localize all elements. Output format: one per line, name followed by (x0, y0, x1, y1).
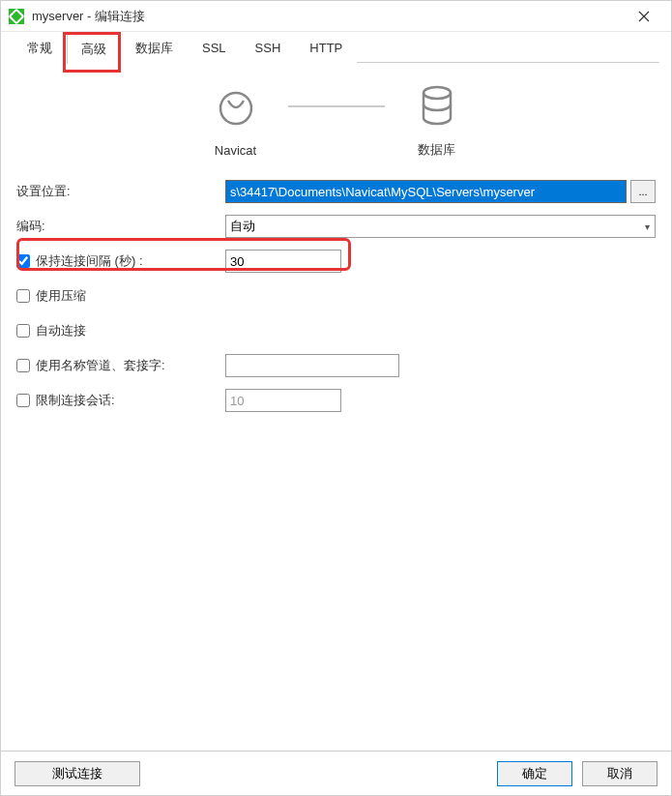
browse-button[interactable]: ... (630, 180, 656, 203)
row-autoconnect: 自动连接 (16, 317, 656, 344)
tab-general[interactable]: 常规 (13, 32, 67, 63)
dialog-footer: 测试连接 确定 取消 (1, 751, 671, 795)
content-area: Navicat 数据库 设置位置: ... 编码: ▾ (1, 64, 671, 751)
connection-illustration: Navicat 数据库 (16, 83, 656, 159)
database-label: 数据库 (418, 141, 455, 159)
svg-point-1 (424, 87, 451, 99)
autoconnect-label: 自动连接 (36, 322, 86, 339)
close-button[interactable] (625, 3, 663, 30)
named-pipe-input[interactable] (225, 354, 399, 377)
tab-bar: 常规 高级 数据库 SSL SSH HTTP (1, 32, 671, 63)
tab-database[interactable]: 数据库 (121, 32, 188, 63)
row-named-pipe: 使用名称管道、套接字: (16, 352, 656, 379)
keepalive-input[interactable] (225, 250, 341, 273)
window-title: myserver - 编辑连接 (32, 8, 625, 25)
connection-line (288, 105, 385, 107)
row-encoding: 编码: ▾ (16, 213, 656, 240)
test-connection-button[interactable]: 测试连接 (15, 761, 140, 786)
keepalive-checkbox[interactable] (16, 254, 30, 268)
cancel-button[interactable]: 取消 (582, 761, 657, 786)
navicat-label: Navicat (215, 143, 256, 158)
encoding-select[interactable] (225, 215, 656, 238)
app-icon (9, 9, 24, 24)
named-pipe-label: 使用名称管道、套接字: (36, 357, 165, 374)
compression-label: 使用压缩 (36, 287, 86, 305)
location-label: 设置位置: (16, 183, 225, 200)
autoconnect-checkbox[interactable] (16, 324, 30, 338)
close-icon (638, 11, 650, 22)
named-pipe-checkbox[interactable] (16, 359, 30, 372)
dialog-window: myserver - 编辑连接 常规 高级 数据库 SSL SSH HTTP N… (0, 0, 672, 796)
limit-sessions-label: 限制连接会话: (36, 392, 115, 409)
limit-sessions-input[interactable] (225, 389, 341, 412)
database-icon (414, 83, 460, 130)
location-input[interactable] (225, 180, 627, 203)
tab-advanced[interactable]: 高级 (67, 33, 121, 64)
tab-ssh[interactable]: SSH (241, 32, 296, 63)
row-compression: 使用压缩 (16, 282, 656, 310)
tab-http[interactable]: HTTP (295, 32, 357, 63)
navicat-icon (213, 85, 259, 132)
row-location: 设置位置: ... (16, 178, 656, 205)
row-keepalive: 保持连接间隔 (秒) : (16, 248, 656, 275)
encoding-label: 编码: (16, 218, 225, 235)
titlebar: myserver - 编辑连接 (1, 1, 671, 32)
tab-ssl[interactable]: SSL (188, 32, 241, 63)
ok-button[interactable]: 确定 (497, 761, 572, 786)
navicat-illustration: Navicat (213, 85, 259, 158)
keepalive-label: 保持连接间隔 (秒) : (36, 252, 143, 270)
database-illustration: 数据库 (414, 83, 460, 159)
row-limit-sessions: 限制连接会话: (16, 387, 656, 414)
compression-checkbox[interactable] (16, 289, 30, 303)
limit-sessions-checkbox[interactable] (16, 394, 30, 407)
